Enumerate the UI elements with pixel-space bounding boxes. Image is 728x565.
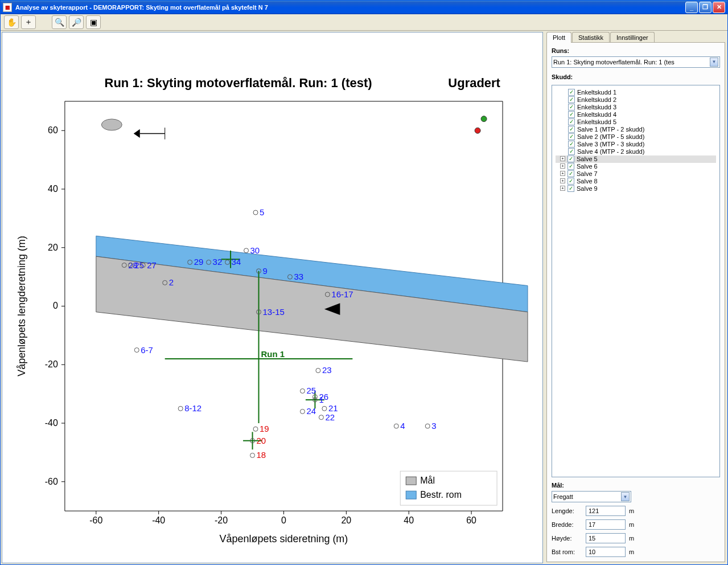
bstrom-input[interactable] — [586, 547, 626, 557]
checkbox[interactable]: ✓ — [567, 170, 574, 177]
checkbox[interactable]: ✓ — [568, 148, 575, 155]
expand-icon[interactable]: + — [560, 156, 565, 161]
svg-text:-40: -40 — [152, 515, 165, 525]
svg-point-73 — [253, 427, 258, 431]
tree-item[interactable]: ✓Enkeltskudd 1 — [556, 89, 716, 96]
svg-text:2: 2 — [169, 277, 174, 287]
svg-text:19: 19 — [260, 424, 269, 433]
plot-pane[interactable]: -60-40-200204060-60-40-200204060Run 1282… — [2, 32, 543, 563]
svg-text:Bestr. rom: Bestr. rom — [420, 490, 462, 500]
pan-tool-button[interactable]: ✋ — [4, 15, 19, 29]
close-button[interactable]: ✕ — [713, 2, 725, 13]
plot-svg: -60-40-200204060-60-40-200204060Run 1282… — [2, 32, 542, 563]
zoom-fit-button[interactable]: ▣ — [86, 15, 101, 29]
tree-item-label: Salve 5 — [577, 155, 598, 162]
checkbox[interactable]: ✓ — [567, 163, 574, 170]
svg-point-91 — [319, 415, 323, 420]
svg-text:9: 9 — [263, 266, 268, 276]
svg-point-87 — [316, 369, 320, 373]
checkbox[interactable]: ✓ — [568, 118, 575, 125]
checkbox[interactable]: ✓ — [568, 133, 575, 140]
minimize-button[interactable]: _ — [685, 2, 698, 13]
expand-icon[interactable]: + — [560, 186, 565, 191]
tree-item[interactable]: +✓Salve 6 — [556, 163, 716, 170]
svg-text:40: 40 — [404, 515, 414, 525]
svg-text:16-17: 16-17 — [331, 289, 353, 299]
tab-innstillinger[interactable]: Innstillinger — [610, 32, 655, 43]
svg-text:33: 33 — [294, 272, 303, 281]
svg-text:Våpenløpets sideretning (m): Våpenløpets sideretning (m) — [220, 533, 348, 544]
tree-item[interactable]: ✓Salve 3 (MTP - 3 skudd) — [556, 141, 716, 148]
runs-label: Runs: — [552, 47, 720, 54]
svg-text:6-7: 6-7 — [141, 345, 153, 355]
tree-item-label: Enkeltskudd 2 — [577, 96, 616, 103]
tree-item[interactable]: ✓Salve 4 (MTP - 2 skudd) — [556, 148, 716, 155]
checkbox[interactable]: ✓ — [567, 155, 574, 162]
tree-item-label: Salve 3 (MTP - 3 skudd) — [577, 141, 644, 148]
lengde-input[interactable] — [586, 506, 626, 516]
tree-item[interactable]: ✓Enkeltskudd 3 — [556, 104, 716, 111]
zoom-in-button[interactable]: 🔍 — [52, 15, 67, 29]
tab-statistikk[interactable]: Statistikk — [572, 32, 610, 43]
runs-select[interactable]: Run 1: Skyting motoverflatemål. Run: 1 (… — [552, 56, 720, 68]
svg-rect-110 — [406, 477, 416, 485]
tree-item-label: Enkeltskudd 3 — [577, 104, 616, 110]
tree-item-label: Enkeltskudd 5 — [577, 118, 616, 125]
svg-text:22: 22 — [325, 412, 335, 422]
tree-item[interactable]: ✓Enkeltskudd 2 — [556, 96, 716, 104]
tree-item-label: Salve 1 (MTP - 2 skudd) — [577, 126, 644, 133]
hoyde-input[interactable] — [586, 533, 626, 543]
tree-item[interactable]: ✓Enkeltskudd 4 — [556, 111, 716, 118]
checkbox[interactable]: ✓ — [568, 96, 575, 103]
maal-select[interactable]: Fregatt ▼ — [552, 491, 631, 502]
unit-m: m — [629, 535, 634, 542]
lengde-label: Lengde: — [552, 507, 586, 514]
tree-item[interactable]: +✓Salve 8 — [556, 178, 716, 185]
svg-text:Run 1: Skyting motoverflatemål: Run 1: Skyting motoverflatemål. Run: 1 (… — [105, 76, 372, 90]
checkbox[interactable]: ✓ — [568, 104, 575, 110]
maal-label: Mål: — [552, 482, 720, 489]
svg-marker-103 — [134, 129, 140, 138]
svg-text:29: 29 — [194, 257, 204, 267]
crosshair-tool-button[interactable]: ＋ — [21, 15, 36, 29]
tree-item[interactable]: ✓Salve 2 (MTP - 5 skudd) — [556, 133, 716, 141]
unit-m: m — [629, 521, 634, 528]
tree-item[interactable]: +✓Salve 7 — [556, 170, 716, 178]
tree-item[interactable]: ✓Enkeltskudd 5 — [556, 118, 716, 126]
svg-point-65 — [253, 210, 258, 215]
checkbox[interactable]: ✓ — [567, 185, 574, 192]
svg-text:4: 4 — [400, 421, 405, 431]
maximize-button[interactable]: ❐ — [699, 2, 711, 13]
hoyde-label: Høyde: — [552, 535, 586, 542]
tab-plott[interactable]: Plott — [546, 32, 571, 43]
svg-point-81 — [300, 409, 305, 413]
svg-text:40: 40 — [48, 184, 58, 194]
tree-item[interactable]: ✓Salve 1 (MTP - 2 skudd) — [556, 126, 716, 133]
svg-text:60: 60 — [48, 125, 58, 135]
svg-text:34: 34 — [232, 257, 241, 267]
tree-item-label: Salve 4 (MTP - 2 skudd) — [577, 148, 644, 155]
tab-body: Runs: Run 1: Skyting motoverflatemål. Ru… — [546, 42, 725, 562]
side-panel: Plott Statistikk Innstillinger Runs: Run… — [544, 31, 727, 564]
window-title: Analyse av skyterapport - DEMORAPPORT: S… — [15, 4, 685, 11]
zoom-out-button[interactable]: 🔎 — [69, 15, 84, 29]
checkbox[interactable]: ✓ — [568, 89, 575, 96]
tree-item[interactable]: +✓Salve 9 — [556, 185, 716, 193]
svg-point-99 — [481, 116, 487, 122]
expand-icon[interactable]: + — [560, 163, 565, 169]
checkbox[interactable]: ✓ — [567, 178, 574, 185]
tree-item-label: Salve 2 (MTP - 5 skudd) — [577, 133, 644, 140]
expand-icon[interactable]: + — [560, 171, 565, 176]
skudd-tree[interactable]: ✓Enkeltskudd 1✓Enkeltskudd 2✓Enkeltskudd… — [552, 85, 720, 477]
checkbox[interactable]: ✓ — [568, 111, 575, 118]
checkbox[interactable]: ✓ — [568, 141, 575, 148]
expand-icon[interactable]: + — [560, 178, 565, 183]
checkbox[interactable]: ✓ — [568, 126, 575, 133]
bredde-input[interactable] — [586, 519, 626, 530]
tree-item-label: Salve 6 — [577, 163, 598, 170]
tree-item[interactable]: +✓Salve 5 — [556, 155, 716, 163]
svg-text:27: 27 — [147, 260, 157, 270]
svg-text:0: 0 — [281, 515, 286, 525]
bredde-label: Bredde: — [552, 521, 586, 528]
svg-text:25: 25 — [306, 386, 316, 395]
